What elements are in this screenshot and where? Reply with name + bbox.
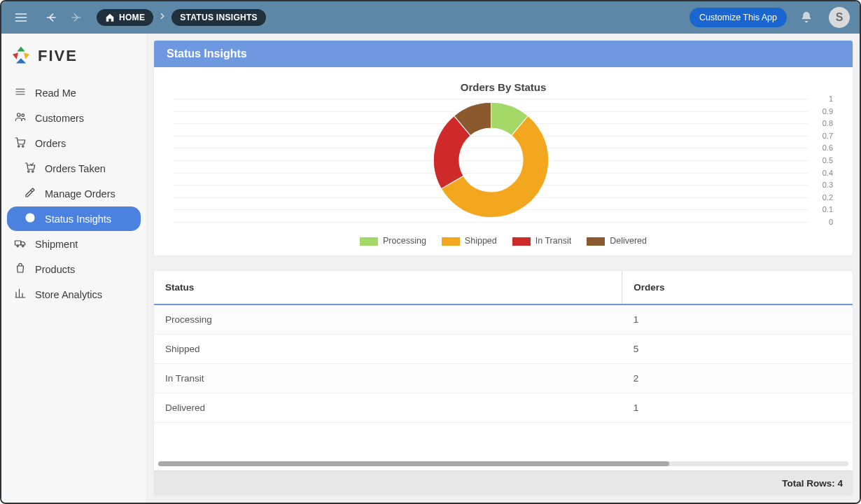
svg-point-4 (18, 113, 21, 117)
page-title: Status Insights (154, 41, 853, 67)
legend-swatch (512, 237, 531, 246)
target-icon (22, 211, 38, 226)
y-tick: 0.4 (822, 169, 833, 177)
customize-app-button[interactable]: Customize This App (690, 8, 787, 27)
y-tick: 0.6 (822, 144, 833, 152)
chart-card: Status Insights Orders By Status 10.90.8… (154, 41, 853, 255)
sidebar-item-label: Orders Taken (45, 163, 106, 174)
legend-swatch (587, 237, 605, 246)
svg-point-14 (17, 245, 18, 246)
sidebar-item-label: Shipment (35, 239, 78, 250)
cell-status: In Transit (154, 364, 622, 393)
customize-app-label: Customize This App (699, 13, 777, 22)
svg-point-7 (22, 146, 24, 147)
sidebar-item-shipment[interactable]: Shipment (7, 232, 141, 256)
table-column-status[interactable]: Status (154, 271, 622, 304)
sidebar-item-read-me[interactable]: Read Me (7, 80, 141, 105)
legend-item[interactable]: Processing (360, 236, 426, 246)
menu-icon[interactable] (11, 8, 31, 27)
orders-icon (13, 136, 28, 150)
avatar[interactable]: S (829, 7, 850, 28)
chart-legend: ProcessingShippedIn TransitDelivered (174, 236, 833, 246)
svg-point-9 (32, 171, 34, 172)
chevron-right-icon (158, 11, 167, 24)
cell-status: Shipped (154, 335, 622, 364)
y-tick: 0.5 (822, 156, 833, 164)
legend-swatch (442, 237, 460, 246)
topbar: HOME STATUS INSIGHTS Customize This App … (1, 1, 860, 34)
y-tick: 0.9 (822, 107, 833, 115)
legend-label: Delivered (610, 236, 647, 246)
sidebar-item-label: Status Insights (45, 214, 111, 225)
sidebar-item-store-analytics[interactable]: Store Analytics (7, 282, 141, 307)
sidebar-item-label: Customers (35, 113, 84, 124)
sidebar: FIVE Read Me Customers Orders (1, 34, 147, 503)
edit-icon (22, 186, 38, 201)
legend-label: In Transit (536, 236, 571, 246)
y-tick: 0.1 (822, 205, 833, 214)
sidebar-item-customers[interactable]: Customers (7, 106, 141, 130)
cell-orders: 1 (622, 393, 853, 423)
breadcrumb-home[interactable]: HOME (97, 9, 153, 26)
horizontal-scrollbar[interactable] (158, 461, 848, 466)
sidebar-item-label: Orders (35, 138, 66, 149)
table-footer-label: Total Rows: 4 (782, 478, 843, 489)
table-row[interactable]: Processing1 (154, 304, 853, 335)
sidebar-nav: Read Me Customers Orders Orders Taken (1, 77, 146, 310)
main-area: Status Insights Orders By Status 10.90.8… (147, 34, 860, 503)
scrollbar-thumb[interactable] (158, 461, 669, 466)
svg-marker-0 (17, 46, 24, 51)
cell-status: Processing (154, 304, 622, 335)
svg-marker-2 (24, 52, 29, 59)
y-tick: 0.7 (822, 132, 833, 140)
legend-item[interactable]: In Transit (512, 236, 571, 246)
orders-taken-icon (22, 161, 38, 176)
table-row[interactable]: In Transit2 (154, 364, 853, 393)
cell-orders: 2 (622, 364, 853, 393)
brand-name: FIVE (38, 47, 78, 65)
svg-point-6 (18, 146, 20, 147)
brand-logo-icon (10, 45, 32, 67)
legend-label: Processing (383, 236, 426, 246)
y-tick: 0.3 (822, 181, 833, 189)
y-tick: 0.2 (822, 193, 833, 202)
sidebar-item-orders-taken[interactable]: Orders Taken (7, 156, 141, 181)
table-card: Status Orders Processing1Shipped5In Tran… (154, 271, 853, 496)
readme-icon (13, 85, 28, 100)
bag-icon (13, 262, 28, 276)
breadcrumb-status-insights[interactable]: STATUS INSIGHTS (172, 9, 266, 26)
bell-icon[interactable] (797, 8, 816, 27)
cell-orders: 1 (622, 304, 853, 335)
svg-point-15 (22, 245, 24, 246)
table-row[interactable]: Delivered1 (154, 393, 853, 423)
forward-icon[interactable] (66, 8, 85, 27)
sidebar-item-label: Store Analytics (35, 289, 102, 300)
back-icon[interactable] (42, 8, 62, 27)
brand: FIVE (1, 38, 146, 77)
legend-item[interactable]: Shipped (442, 236, 497, 246)
sidebar-item-products[interactable]: Products (7, 257, 141, 281)
breadcrumb-home-label: HOME (119, 13, 145, 22)
analytics-icon (13, 287, 28, 302)
table-column-orders[interactable]: Orders (622, 271, 853, 304)
sidebar-item-label: Read Me (35, 88, 76, 99)
table-row[interactable]: Shipped5 (154, 335, 853, 364)
chart-title: Orders By Status (174, 81, 833, 93)
table-footer: Total Rows: 4 (154, 470, 853, 496)
sidebar-item-manage-orders[interactable]: Manage Orders (7, 181, 141, 206)
legend-label: Shipped (465, 236, 497, 246)
avatar-initial: S (836, 11, 844, 24)
breadcrumb-label: STATUS INSIGHTS (180, 13, 258, 22)
sidebar-item-label: Products (35, 264, 75, 275)
customers-icon (13, 111, 28, 125)
sidebar-item-label: Manage Orders (45, 188, 115, 200)
svg-marker-3 (16, 58, 26, 63)
svg-point-5 (22, 114, 24, 117)
legend-swatch (360, 237, 378, 246)
y-tick: 0 (829, 218, 833, 226)
sidebar-item-orders[interactable]: Orders (7, 131, 141, 155)
legend-item[interactable]: Delivered (587, 236, 647, 246)
sidebar-item-status-insights[interactable]: Status Insights (7, 206, 141, 231)
y-tick: 0.8 (822, 119, 833, 127)
donut-chart (174, 99, 808, 222)
